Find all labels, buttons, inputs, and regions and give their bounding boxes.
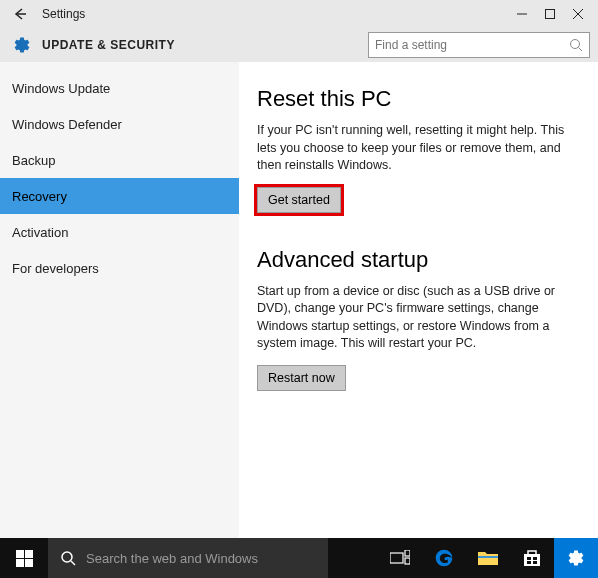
section-desc: If your PC isn't running well, resetting…	[257, 122, 580, 175]
minimize-button[interactable]	[508, 1, 536, 27]
task-view-button[interactable]	[378, 538, 422, 578]
svg-rect-7	[25, 559, 33, 567]
sidebar-item-label: Activation	[12, 225, 68, 240]
svg-rect-14	[524, 554, 540, 566]
start-button[interactable]	[0, 538, 48, 578]
taskbar-icons	[378, 538, 598, 578]
svg-rect-12	[405, 558, 410, 564]
get-started-button[interactable]: Get started	[257, 187, 341, 213]
window-title: Settings	[42, 7, 508, 21]
sidebar-item-label: For developers	[12, 261, 99, 276]
svg-rect-17	[527, 561, 531, 564]
section-title: Reset this PC	[257, 86, 580, 112]
svg-point-2	[571, 40, 580, 49]
sidebar: Windows Update Windows Defender Backup R…	[0, 62, 239, 538]
svg-rect-10	[390, 553, 403, 563]
edge-button[interactable]	[422, 538, 466, 578]
gear-icon	[12, 35, 32, 55]
svg-line-3	[579, 48, 583, 52]
sidebar-item-label: Windows Defender	[12, 117, 122, 132]
taskbar-search-text: Search the web and Windows	[86, 551, 258, 566]
sidebar-item-windows-defender[interactable]: Windows Defender	[0, 106, 239, 142]
sidebar-item-backup[interactable]: Backup	[0, 142, 239, 178]
search-box[interactable]	[368, 32, 590, 58]
sidebar-item-label: Backup	[12, 153, 55, 168]
subheader: UPDATE & SECURITY	[0, 28, 598, 62]
sidebar-item-label: Recovery	[12, 189, 67, 204]
search-icon	[60, 550, 76, 566]
sidebar-item-recovery[interactable]: Recovery	[0, 178, 239, 214]
folder-icon	[478, 550, 498, 566]
advanced-startup-section: Advanced startup Start up from a device …	[257, 247, 580, 391]
search-icon	[569, 38, 583, 52]
svg-rect-6	[16, 559, 24, 567]
search-input[interactable]	[375, 38, 569, 52]
maximize-icon	[545, 9, 555, 19]
svg-rect-11	[405, 550, 410, 556]
task-view-icon	[390, 550, 410, 566]
section-title: Advanced startup	[257, 247, 580, 273]
svg-point-8	[62, 552, 72, 562]
svg-rect-13	[478, 556, 498, 558]
sidebar-item-windows-update[interactable]: Windows Update	[0, 70, 239, 106]
store-button[interactable]	[510, 538, 554, 578]
svg-rect-16	[533, 557, 537, 560]
close-button[interactable]	[564, 1, 592, 27]
svg-rect-15	[527, 557, 531, 560]
maximize-button[interactable]	[536, 1, 564, 27]
arrow-left-icon	[12, 7, 26, 21]
svg-line-9	[71, 561, 75, 565]
settings-taskbar-button[interactable]	[554, 538, 598, 578]
close-icon	[573, 9, 583, 19]
window-controls	[508, 1, 592, 27]
main-content: Reset this PC If your PC isn't running w…	[239, 62, 598, 538]
svg-rect-5	[25, 550, 33, 558]
sidebar-item-for-developers[interactable]: For developers	[0, 250, 239, 286]
back-button[interactable]	[6, 1, 32, 27]
taskbar: Search the web and Windows	[0, 538, 598, 578]
windows-icon	[16, 550, 33, 567]
svg-rect-18	[533, 561, 537, 564]
svg-rect-4	[16, 550, 24, 558]
reset-pc-section: Reset this PC If your PC isn't running w…	[257, 86, 580, 213]
titlebar: Settings	[0, 0, 598, 28]
restart-now-button[interactable]: Restart now	[257, 365, 346, 391]
taskbar-search[interactable]: Search the web and Windows	[48, 538, 328, 578]
section-desc: Start up from a device or disc (such as …	[257, 283, 580, 353]
sidebar-item-label: Windows Update	[12, 81, 110, 96]
sidebar-item-activation[interactable]: Activation	[0, 214, 239, 250]
file-explorer-button[interactable]	[466, 538, 510, 578]
edge-icon	[434, 548, 454, 568]
svg-rect-1	[546, 10, 555, 19]
category-title: UPDATE & SECURITY	[42, 38, 368, 52]
store-icon	[523, 549, 541, 567]
gear-icon	[567, 549, 585, 567]
minimize-icon	[517, 9, 527, 19]
